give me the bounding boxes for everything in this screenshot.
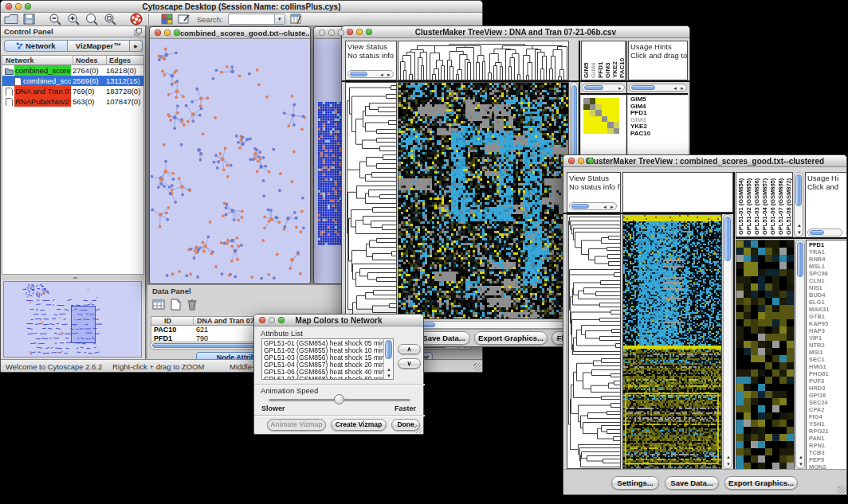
gene-label[interactable]: PFD1 [809, 241, 829, 248]
minimize-button[interactable] [15, 3, 22, 10]
zoom-vscrollbar[interactable]: ▲ ▼ [795, 240, 805, 469]
gene-label[interactable]: SEC1 [809, 356, 829, 363]
matrix-cell[interactable] [607, 122, 614, 128]
save-data-button[interactable]: Save Data... [418, 331, 470, 345]
zoom-out-icon[interactable] [49, 13, 62, 25]
column-label[interactable]: YKE2 [611, 61, 618, 78]
dialog-titlebar[interactable]: Map Colors to Network [254, 315, 423, 326]
new-document-icon[interactable] [171, 299, 182, 311]
attribute-table-icon[interactable] [152, 299, 166, 311]
gene-label[interactable]: GPI16 [809, 392, 829, 399]
gene-label[interactable]: CPA2 [809, 406, 829, 413]
vizmapper-palette-icon[interactable] [161, 14, 173, 25]
gene-label[interactable]: SEC24 [809, 399, 829, 406]
column-dendrogram-panel[interactable] [622, 172, 733, 213]
gene-label[interactable]: MSI1 [809, 349, 829, 356]
usage-hscrollbar[interactable]: ◄ ► [629, 84, 687, 92]
close-button[interactable] [6, 3, 12, 10]
attribute-table-icon[interactable] [290, 14, 303, 25]
matrix-cell[interactable] [590, 98, 596, 104]
matrix-cell[interactable] [607, 128, 614, 135]
labels-vscrollbar[interactable]: ▲ ▼ [794, 172, 803, 237]
matrix-cell[interactable] [590, 104, 596, 111]
global-heatmap-panel[interactable] [622, 214, 722, 469]
matrix-gene-label[interactable]: PAC10 [630, 131, 650, 138]
gene-label[interactable]: YRA1 [809, 248, 829, 256]
network1-view-canvas[interactable] [151, 40, 309, 283]
matrix-cell[interactable] [595, 122, 602, 128]
network-list-row[interactable]: combined_scores2764(0)16218(0) [2, 65, 143, 76]
column-label[interactable]: GPL51-02 (GSM855) [745, 178, 752, 235]
scroll-up-arrow[interactable]: ▲ [387, 367, 391, 372]
matrix-cell[interactable] [595, 98, 602, 104]
gene-label[interactable]: HRD3 [809, 385, 829, 392]
network1-titlebar[interactable]: combined_scores_good.txt--cluste... [150, 27, 310, 39]
gene-label[interactable]: GTB1 [809, 313, 829, 320]
list-vscrollbar[interactable]: ▲ ▼ [383, 339, 393, 379]
matrix-cell[interactable] [602, 104, 608, 111]
view-status-hscrollbar[interactable]: ◄ ► [347, 70, 394, 78]
col-edges[interactable]: Edges [106, 56, 131, 65]
matrix-cell[interactable] [595, 104, 602, 111]
scroll-down-arrow[interactable]: ▼ [387, 373, 391, 378]
help-lifesaver-icon[interactable] [130, 13, 143, 25]
resize-grip[interactable] [414, 425, 422, 433]
close-button[interactable] [259, 317, 265, 323]
gene-label[interactable]: PHO81 [809, 370, 829, 377]
gene-label[interactable]: SPC98 [809, 270, 829, 277]
open-folder-icon[interactable] [4, 14, 18, 25]
scroll-right-arrow[interactable]: ► [680, 86, 685, 91]
column-label[interactable]: GPL51-04 (GSM857) [761, 178, 768, 235]
gene-label[interactable]: NIS1 [809, 284, 829, 291]
column-label[interactable]: PAC10 [618, 58, 626, 78]
col-nodes[interactable]: Nodes [73, 56, 98, 65]
tab-network[interactable]: Network [4, 40, 68, 52]
delete-trash-icon[interactable] [186, 299, 198, 311]
column-label[interactable]: GPL51-03 (GSM856) [753, 178, 760, 235]
matrix-cell[interactable] [583, 122, 590, 128]
matrix-cell[interactable] [607, 116, 614, 123]
matrix-cell[interactable] [595, 116, 602, 123]
column-label[interactable]: GIM4 [590, 62, 597, 78]
minimize-button[interactable] [164, 29, 171, 36]
gene-label[interactable]: MAK31 [809, 306, 829, 313]
heatmap-panel[interactable] [398, 82, 569, 319]
panel-splitter[interactable] [2, 275, 144, 280]
zoom-selected-icon[interactable] [85, 13, 99, 25]
main-titlebar[interactable]: Cytoscape Desktop (Session Name: collins… [1, 1, 482, 13]
search-input[interactable]: ▼ [228, 14, 285, 25]
matrix-cell[interactable] [614, 116, 620, 123]
close-button[interactable] [155, 29, 161, 36]
matrix-cell[interactable] [583, 110, 590, 116]
animate-vizmap-button[interactable]: Animate Vizmap [267, 419, 326, 431]
scroll-right-arrow[interactable]: ► [387, 72, 391, 77]
export-graphics-button[interactable]: Export Graphics... [474, 331, 548, 345]
gene-label[interactable]: FIG4 [809, 413, 829, 420]
scrollbar-thumb[interactable] [724, 217, 731, 261]
column-label[interactable]: PFD1 [597, 62, 604, 78]
network-name[interactable]: combined_sco [23, 76, 71, 86]
attribute-list-item[interactable]: GPL51-07 (GSM868) heat shock 60 min [264, 376, 383, 380]
matrix-cell[interactable] [590, 116, 596, 123]
scroll-left-arrow[interactable]: ◄ [379, 72, 384, 77]
gene-label[interactable]: PAN1 [809, 435, 829, 442]
matrix-cell[interactable] [583, 104, 590, 111]
gene-label[interactable]: NTR2 [809, 342, 829, 349]
scrollbar-thumb[interactable] [797, 242, 803, 277]
matrix-cell[interactable] [614, 104, 620, 111]
export-graphics-button[interactable]: Export Graphics... [724, 476, 798, 490]
network-name[interactable]: RNAPuberNov2+ [14, 96, 71, 107]
minimize-button[interactable] [578, 158, 584, 164]
scroll-up-arrow[interactable]: ▲ [797, 223, 802, 228]
matrix-cell[interactable] [590, 110, 596, 116]
gene-label[interactable]: PUF3 [809, 377, 829, 385]
gene-label[interactable]: RNR4 [809, 256, 829, 263]
gene-label[interactable]: RPN1 [809, 442, 829, 449]
create-vizmap-button[interactable]: Create Vizmap [331, 419, 387, 431]
treeview1-titlebar[interactable]: ClusterMaker TreeView : DNA and Tran 07-… [342, 26, 689, 38]
attribute-listbox[interactable]: GPL51-01 (GSM854) heat shock 05 minGPL51… [261, 338, 394, 380]
matrix-cell[interactable] [583, 128, 590, 135]
resize-grip[interactable] [473, 363, 481, 371]
scrollbar-thumb[interactable] [631, 85, 655, 90]
tab-overflow-button[interactable]: ▶ [130, 40, 143, 52]
